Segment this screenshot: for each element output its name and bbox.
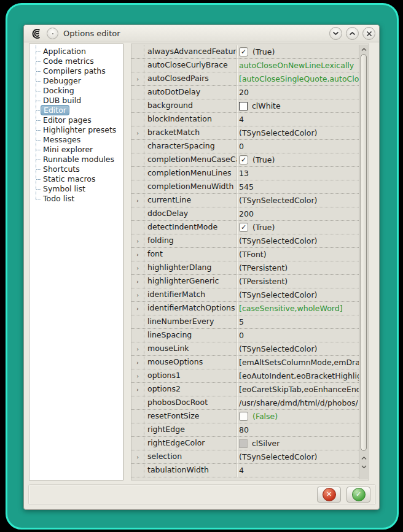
property-name[interactable]: options1 [144, 369, 237, 382]
expand-gutter[interactable]: › [131, 234, 144, 247]
expand-arrow-icon[interactable]: › [136, 387, 139, 393]
expand-gutter[interactable]: › [131, 302, 144, 315]
expand-gutter[interactable]: › [131, 275, 144, 288]
sidebar-item-messages[interactable]: Messages [29, 135, 123, 145]
property-row-font[interactable]: ›font(TFont) [131, 248, 359, 261]
sidebar-item-editor-pages[interactable]: Editor pages [29, 115, 123, 125]
expand-arrow-icon[interactable]: › [136, 279, 139, 285]
property-name[interactable]: completionMenuWidth [144, 180, 237, 193]
property-name[interactable]: folding [144, 234, 237, 247]
property-row-highlightergeneric[interactable]: ›highlighterGeneric(TPersistent) [131, 275, 359, 288]
scroll-up-button-bottom[interactable] [359, 455, 368, 462]
property-name[interactable]: detectIndentMode [144, 221, 237, 234]
property-name[interactable]: font [144, 248, 237, 261]
property-name[interactable]: identifierMatchOptions [144, 302, 237, 315]
color-swatch[interactable] [239, 439, 248, 448]
property-name[interactable]: autoCloseCurlyBrace [144, 59, 237, 72]
property-value[interactable]: clWhite [237, 99, 359, 112]
property-value[interactable]: 4 [237, 464, 359, 477]
property-row-blockindentation[interactable]: blockIndentation4 [131, 113, 359, 126]
expand-arrow-icon[interactable]: › [136, 360, 139, 366]
property-value[interactable]: [autoCloseSingleQuote,autoCloseDo [237, 72, 359, 85]
property-value[interactable]: (TSynSelectedColor) [237, 194, 359, 207]
sidebar-item-symbol-list[interactable]: Symbol list [29, 184, 123, 194]
property-row-phobosdocroot[interactable]: phobosDocRoot/usr/share/dmd/html/d/phobo… [131, 396, 359, 410]
property-name[interactable]: highlighterDlang [144, 261, 237, 274]
property-row-completionmenulines[interactable]: completionMenuLines13 [131, 167, 359, 180]
property-value[interactable]: 0 [237, 329, 359, 342]
expand-gutter[interactable]: › [131, 248, 144, 261]
property-row-resetfontsize[interactable]: resetFontSize(False) [131, 410, 359, 423]
property-row-rightedgecolor[interactable]: rightEdgeColorclSilver [131, 437, 359, 450]
expand-gutter[interactable]: › [131, 126, 144, 139]
property-row-options1[interactable]: ›options1[eoAutoIndent,eoBracketHighligh… [131, 369, 359, 383]
expand-arrow-icon[interactable]: › [136, 292, 139, 298]
sidebar-item-compilers-paths[interactable]: Compilers paths [29, 66, 123, 76]
property-name[interactable]: completionMenuCaseCare [144, 153, 237, 166]
property-value[interactable]: 200 [237, 207, 359, 220]
property-row-bracketmatch[interactable]: ›bracketMatch(TSynSelectedColor) [131, 126, 359, 140]
property-row-alwaysadvancedfeatures[interactable]: alwaysAdvancedFeatures✓(True) [131, 45, 359, 59]
property-name[interactable]: blockIndentation [144, 113, 237, 126]
property-row-selection[interactable]: ›selection(TSynSelectedColor) [131, 450, 359, 464]
property-value[interactable]: 4 [237, 113, 359, 126]
expand-gutter[interactable]: › [131, 261, 144, 274]
property-value[interactable]: [eoCaretSkipTab,eoEnhanceEndKe [237, 383, 359, 396]
property-name[interactable]: highlighterGeneric [144, 275, 237, 288]
expand-arrow-icon[interactable]: › [136, 373, 139, 379]
property-row-background[interactable]: backgroundclWhite [131, 99, 359, 113]
checkbox-checked-icon[interactable]: ✓ [239, 223, 248, 232]
checkbox-checked-icon[interactable]: ✓ [239, 155, 248, 164]
property-row-identifiermatch[interactable]: ›identifierMatch(TSynSelectedColor) [131, 288, 359, 302]
property-row-ddocdelay[interactable]: ddocDelay200 [131, 207, 359, 221]
property-row-autoclosedpairs[interactable]: ›autoClosedPairs[autoCloseSingleQuote,au… [131, 72, 359, 86]
expand-gutter[interactable]: › [131, 369, 144, 382]
expand-arrow-icon[interactable]: › [136, 130, 139, 136]
property-value[interactable]: ✓(True) [237, 45, 359, 58]
sidebar-item-static-macros[interactable]: Static macros [29, 174, 123, 184]
expand-arrow-icon[interactable]: › [136, 265, 139, 271]
property-row-options2[interactable]: ›options2[eoCaretSkipTab,eoEnhanceEndKe [131, 383, 359, 396]
expand-arrow-icon[interactable]: › [136, 346, 139, 352]
expand-gutter[interactable]: › [131, 72, 144, 85]
scroll-down-button[interactable] [359, 463, 368, 471]
sidebar-item-docking[interactable]: Docking [29, 86, 123, 96]
property-row-characterspacing[interactable]: characterSpacing0 [131, 140, 359, 153]
property-row-mouseoptions[interactable]: ›mouseOptions[emAltSetsColumnMode,emDrag… [131, 356, 359, 369]
property-name[interactable]: alwaysAdvancedFeatures [144, 45, 237, 58]
property-row-autodotdelay[interactable]: autoDotDelay20 [131, 86, 359, 99]
sidebar-item-runnable-modules[interactable]: Runnable modules [29, 155, 123, 164]
expand-gutter[interactable]: › [131, 342, 144, 355]
color-swatch[interactable] [239, 102, 248, 110]
expand-gutter[interactable]: › [131, 450, 144, 463]
property-value[interactable]: ✓(True) [237, 221, 359, 234]
titlebar[interactable]: Options editor [24, 25, 379, 42]
property-value[interactable]: /usr/share/dmd/html/d/phobos/ [237, 396, 359, 409]
property-name[interactable]: background [144, 99, 237, 112]
property-name[interactable]: rightEdge [144, 423, 237, 436]
checkbox-unchecked-icon[interactable] [239, 412, 248, 421]
scroll-up-button[interactable] [359, 46, 368, 53]
property-row-tabulationwidth[interactable]: tabulationWidth4 [131, 464, 359, 477]
property-row-currentline[interactable]: ›currentLine(TSynSelectedColor) [131, 194, 359, 207]
property-name[interactable]: ddocDelay [144, 207, 237, 220]
property-row-identifiermatchoptions[interactable]: ›identifierMatchOptions[caseSensitive,wh… [131, 302, 359, 315]
expand-arrow-icon[interactable]: › [136, 198, 139, 204]
property-value[interactable]: ✓(True) [237, 153, 359, 166]
property-value[interactable]: clSilver [237, 437, 359, 450]
property-row-completionmenuwidth[interactable]: completionMenuWidth545 [131, 180, 359, 194]
property-value[interactable]: autoCloseOnNewLineLexically [237, 59, 359, 72]
property-value[interactable]: [caseSensitive,wholeWord] [237, 302, 359, 315]
property-name[interactable]: mouseLink [144, 342, 237, 355]
property-value[interactable]: (TPersistent) [237, 275, 359, 288]
property-row-linespacing[interactable]: lineSpacing0 [131, 329, 359, 342]
property-name[interactable]: currentLine [144, 194, 237, 207]
property-value[interactable]: (TSynSelectedColor) [237, 450, 359, 463]
expand-arrow-icon[interactable]: › [136, 238, 139, 244]
property-value[interactable]: (TSynSelectedColor) [237, 342, 359, 355]
property-row-completionmenucasecare[interactable]: completionMenuCaseCare✓(True) [131, 153, 359, 167]
property-name[interactable]: characterSpacing [144, 140, 237, 153]
property-name[interactable]: resetFontSize [144, 410, 237, 423]
property-value[interactable]: (TSynSelectedColor) [237, 288, 359, 301]
property-name[interactable]: completionMenuLines [144, 167, 237, 180]
